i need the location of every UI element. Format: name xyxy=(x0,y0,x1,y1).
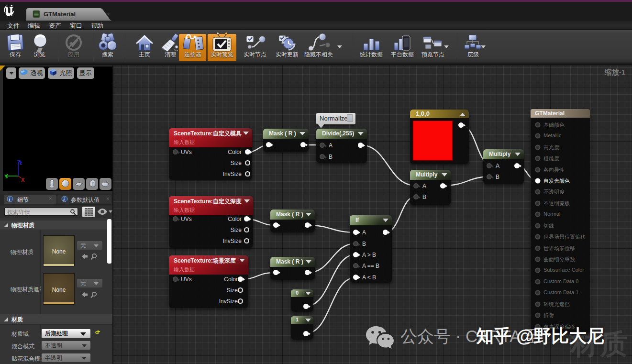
svg-text:z: z xyxy=(20,160,22,165)
svg-text:X: X xyxy=(21,177,25,183)
svg-text:GTMaterial: GTMaterial xyxy=(44,11,76,18)
svg-text:Y: Y xyxy=(4,174,8,179)
svg-text:×: × xyxy=(107,11,110,18)
